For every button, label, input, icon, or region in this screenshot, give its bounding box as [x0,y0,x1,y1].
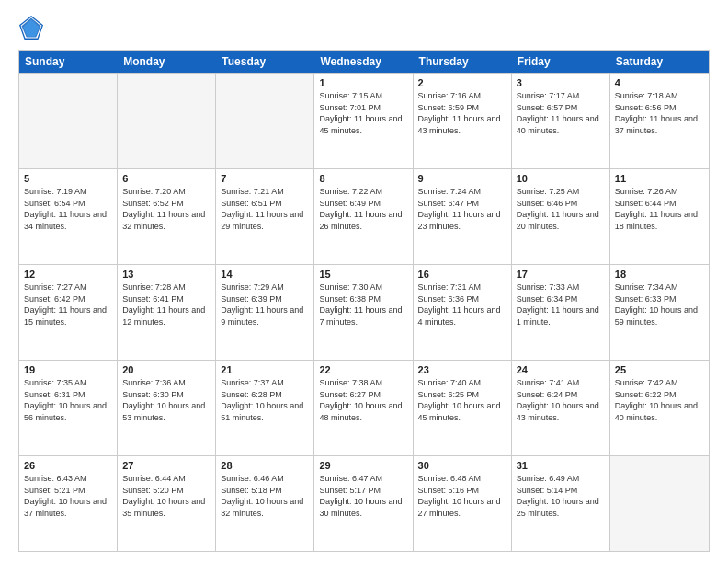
empty-cell [610,456,709,551]
logo [18,15,48,40]
day-cell-21: 21Sunrise: 7:37 AMSunset: 6:28 PMDayligh… [216,361,314,455]
day-cell-4: 4Sunrise: 7:18 AMSunset: 6:56 PMDaylight… [610,74,709,168]
cell-content: Sunrise: 6:43 AMSunset: 5:21 PMDaylight:… [24,473,112,519]
day-number: 6 [122,173,210,184]
day-cell-18: 18Sunrise: 7:34 AMSunset: 6:33 PMDayligh… [610,265,709,360]
empty-cell [118,74,216,168]
cell-content: Sunrise: 7:27 AMSunset: 6:42 PMDaylight:… [24,282,112,327]
cell-content: Sunrise: 7:20 AMSunset: 6:52 PMDaylight:… [122,186,210,232]
cell-content: Sunrise: 6:44 AMSunset: 5:20 PMDaylight:… [122,473,210,519]
day-number: 10 [517,173,605,184]
day-number: 18 [615,269,704,280]
day-cell-29: 29Sunrise: 6:47 AMSunset: 5:17 PMDayligh… [314,456,413,551]
day-cell-31: 31Sunrise: 6:49 AMSunset: 5:14 PMDayligh… [512,456,610,551]
day-cell-24: 24Sunrise: 7:41 AMSunset: 6:24 PMDayligh… [512,361,610,455]
day-cell-28: 28Sunrise: 6:46 AMSunset: 5:18 PMDayligh… [216,456,314,551]
day-number: 7 [221,173,309,184]
day-number: 21 [221,364,309,375]
cell-content: Sunrise: 7:15 AMSunset: 7:01 PMDaylight:… [319,90,407,136]
cell-content: Sunrise: 7:28 AMSunset: 6:41 PMDaylight:… [122,282,210,327]
day-cell-30: 30Sunrise: 6:48 AMSunset: 5:16 PMDayligh… [414,456,512,551]
cell-content: Sunrise: 7:34 AMSunset: 6:33 PMDaylight:… [615,282,704,327]
cell-content: Sunrise: 7:22 AMSunset: 6:49 PMDaylight:… [319,186,407,232]
day-number: 19 [24,364,112,375]
day-cell-14: 14Sunrise: 7:29 AMSunset: 6:39 PMDayligh… [216,265,314,360]
calendar-row-5: 26Sunrise: 6:43 AMSunset: 5:21 PMDayligh… [19,455,709,551]
day-number: 1 [319,77,407,88]
cell-content: Sunrise: 7:24 AMSunset: 6:47 PMDaylight:… [418,186,506,232]
cell-content: Sunrise: 7:35 AMSunset: 6:31 PMDaylight:… [24,377,112,423]
day-cell-20: 20Sunrise: 7:36 AMSunset: 6:30 PMDayligh… [118,361,216,455]
day-number: 2 [418,77,506,88]
day-cell-12: 12Sunrise: 7:27 AMSunset: 6:42 PMDayligh… [19,265,118,360]
day-cell-3: 3Sunrise: 7:17 AMSunset: 6:57 PMDaylight… [512,74,610,168]
cell-content: Sunrise: 7:42 AMSunset: 6:22 PMDaylight:… [615,377,704,423]
day-cell-6: 6Sunrise: 7:20 AMSunset: 6:52 PMDaylight… [118,169,216,264]
day-number: 14 [221,269,309,280]
calendar-row-4: 19Sunrise: 7:35 AMSunset: 6:31 PMDayligh… [19,360,709,455]
day-cell-17: 17Sunrise: 7:33 AMSunset: 6:34 PMDayligh… [512,265,610,360]
day-cell-26: 26Sunrise: 6:43 AMSunset: 5:21 PMDayligh… [19,456,118,551]
cell-content: Sunrise: 7:19 AMSunset: 6:54 PMDaylight:… [24,186,112,232]
cell-content: Sunrise: 7:30 AMSunset: 6:38 PMDaylight:… [319,282,407,327]
day-number: 25 [615,364,704,375]
cell-content: Sunrise: 7:21 AMSunset: 6:51 PMDaylight:… [221,186,309,232]
cell-content: Sunrise: 7:40 AMSunset: 6:25 PMDaylight:… [418,377,506,423]
cell-content: Sunrise: 7:38 AMSunset: 6:27 PMDaylight:… [319,377,407,423]
day-header-monday: Monday [118,51,216,73]
calendar-row-3: 12Sunrise: 7:27 AMSunset: 6:42 PMDayligh… [19,264,709,360]
empty-cell [216,74,314,168]
day-cell-27: 27Sunrise: 6:44 AMSunset: 5:20 PMDayligh… [118,456,216,551]
day-cell-1: 1Sunrise: 7:15 AMSunset: 7:01 PMDaylight… [314,74,413,168]
day-number: 12 [24,269,112,280]
day-number: 22 [319,364,407,375]
day-number: 20 [122,364,210,375]
empty-cell [19,74,118,168]
cell-content: Sunrise: 6:48 AMSunset: 5:16 PMDaylight:… [418,473,506,519]
cell-content: Sunrise: 7:25 AMSunset: 6:46 PMDaylight:… [517,186,605,232]
day-cell-7: 7Sunrise: 7:21 AMSunset: 6:51 PMDaylight… [216,169,314,264]
day-cell-23: 23Sunrise: 7:40 AMSunset: 6:25 PMDayligh… [414,361,512,455]
cell-content: Sunrise: 6:46 AMSunset: 5:18 PMDaylight:… [221,473,309,519]
day-cell-13: 13Sunrise: 7:28 AMSunset: 6:41 PMDayligh… [118,265,216,360]
calendar-row-2: 5Sunrise: 7:19 AMSunset: 6:54 PMDaylight… [19,168,709,264]
day-number: 23 [418,364,506,375]
day-number: 28 [221,460,309,471]
day-number: 30 [418,460,506,471]
cell-content: Sunrise: 7:26 AMSunset: 6:44 PMDaylight:… [615,186,704,232]
day-number: 13 [122,269,210,280]
cell-content: Sunrise: 7:37 AMSunset: 6:28 PMDaylight:… [221,377,309,423]
day-number: 17 [517,269,605,280]
day-number: 3 [517,77,605,88]
cell-content: Sunrise: 7:17 AMSunset: 6:57 PMDaylight:… [517,90,605,136]
day-header-thursday: Thursday [414,51,512,73]
calendar-body: 1Sunrise: 7:15 AMSunset: 7:01 PMDaylight… [19,73,709,551]
day-number: 26 [24,460,112,471]
day-number: 8 [319,173,407,184]
day-cell-19: 19Sunrise: 7:35 AMSunset: 6:31 PMDayligh… [19,361,118,455]
day-header-tuesday: Tuesday [216,51,314,73]
logo-icon [18,15,44,40]
cell-content: Sunrise: 7:36 AMSunset: 6:30 PMDaylight:… [122,377,210,423]
day-number: 15 [319,269,407,280]
cell-content: Sunrise: 7:41 AMSunset: 6:24 PMDaylight:… [517,377,605,423]
day-header-sunday: Sunday [19,51,118,73]
cell-content: Sunrise: 7:33 AMSunset: 6:34 PMDaylight:… [517,282,605,327]
day-header-saturday: Saturday [610,51,709,73]
day-cell-2: 2Sunrise: 7:16 AMSunset: 6:59 PMDaylight… [414,74,512,168]
day-header-friday: Friday [512,51,610,73]
day-cell-10: 10Sunrise: 7:25 AMSunset: 6:46 PMDayligh… [512,169,610,264]
day-number: 4 [615,77,704,88]
day-number: 24 [517,364,605,375]
page: SundayMondayTuesdayWednesdayThursdayFrid… [0,0,728,563]
header [18,15,710,40]
day-header-wednesday: Wednesday [314,51,413,73]
cell-content: Sunrise: 7:31 AMSunset: 6:36 PMDaylight:… [418,282,506,327]
cell-content: Sunrise: 7:16 AMSunset: 6:59 PMDaylight:… [418,90,506,136]
day-cell-16: 16Sunrise: 7:31 AMSunset: 6:36 PMDayligh… [414,265,512,360]
day-number: 29 [319,460,407,471]
day-number: 27 [122,460,210,471]
day-number: 11 [615,173,704,184]
cell-content: Sunrise: 6:47 AMSunset: 5:17 PMDaylight:… [319,473,407,519]
day-cell-5: 5Sunrise: 7:19 AMSunset: 6:54 PMDaylight… [19,169,118,264]
